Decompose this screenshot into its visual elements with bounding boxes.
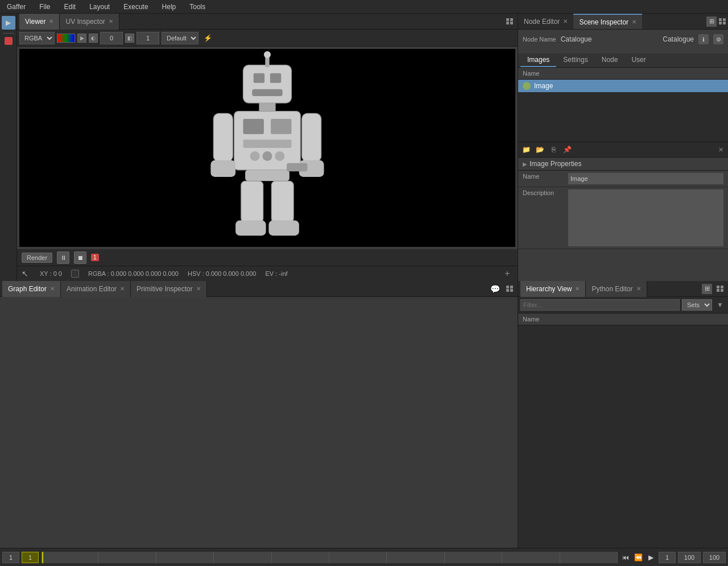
sub-tab-settings[interactable]: Settings [556, 53, 594, 67]
prop-copy-btn[interactable]: ⎘ [548, 144, 559, 155]
property-name-input[interactable] [568, 173, 723, 184]
rgb-swatch[interactable] [57, 34, 75, 43]
svg-rect-0 [243, 65, 292, 103]
rgba-values: RGBA : 0.000 0.000 0.000 0.000 [88, 270, 179, 277]
sub-tab-user[interactable]: User [624, 53, 652, 67]
node-name-label: Node Name [523, 36, 556, 43]
svg-rect-19 [235, 221, 266, 236]
timeline-track[interactable] [41, 552, 618, 563]
timeline-start[interactable] [2, 552, 19, 563]
sub-tab-images[interactable]: Images [520, 53, 556, 67]
prop-close-btn[interactable]: ✕ [715, 144, 726, 155]
viewer-toolbar: RGBA ▶ ◐ ◧ Default ⚡ [17, 30, 518, 47]
tab-hierarchy-view[interactable]: Hierarchy View ✕ [520, 281, 586, 297]
hierarchy-expand-btn[interactable]: ⊞ [702, 284, 712, 294]
color-swatch-icon [71, 270, 79, 278]
channel-btn-3[interactable]: ◧ [125, 34, 134, 43]
tab-graph-editor-close[interactable]: ✕ [50, 286, 55, 292]
hierarchy-grid-btn[interactable] [714, 283, 726, 295]
exposure-input[interactable] [100, 32, 123, 44]
render-stop-btn[interactable]: ⏹ [74, 251, 86, 264]
timeline-cursor [42, 552, 43, 563]
timeline-current[interactable] [22, 552, 39, 563]
property-row-description: Description [518, 187, 728, 249]
channel-btn-2[interactable]: ◐ [89, 34, 98, 43]
image-row-selected[interactable]: Image [518, 80, 728, 92]
menu-tools[interactable]: Tools [187, 2, 208, 12]
message-btn[interactable]: 💬 [488, 282, 502, 296]
tab-primitive-inspector[interactable]: Primitive Inspector ✕ [131, 281, 207, 297]
hierarchy-filter: Sets ▼ [518, 297, 728, 313]
tab-animation-editor[interactable]: Animation Editor ✕ [61, 281, 131, 297]
bottom-right: Hierarchy View ✕ Python Editor ✕ ⊞ [518, 281, 728, 548]
ev-value: EV : -inf [265, 270, 287, 277]
graph-layout-btn[interactable] [504, 283, 515, 295]
display-select[interactable]: Default [162, 32, 198, 44]
hierarchy-grid-icon [717, 286, 723, 292]
prop-folder2-btn[interactable]: 📂 [534, 144, 545, 155]
tab-scene-inspector-close[interactable]: ✕ [632, 19, 636, 25]
timeline-total[interactable] [703, 552, 726, 563]
tc-play[interactable]: ▶ [645, 552, 656, 563]
render-button[interactable]: Render [22, 253, 52, 263]
tab-viewer-close[interactable]: ✕ [49, 18, 53, 24]
tab-hierarchy-close[interactable]: ✕ [575, 286, 580, 292]
tab-scene-inspector[interactable]: Scene Inspector ✕ [573, 14, 642, 29]
images-area: Name Image [518, 68, 728, 142]
inspector-tab-buttons: ⊞ [706, 14, 728, 29]
settings-btn[interactable]: ⚙ [713, 34, 723, 44]
node-type-badge: Catalogue [663, 35, 694, 43]
svg-rect-3 [252, 89, 282, 96]
tab-primitive-inspector-close[interactable]: ✕ [196, 286, 201, 292]
channel-btn-1[interactable]: ▶ [77, 34, 86, 43]
menu-gaffer[interactable]: Gaffer [5, 2, 28, 12]
tab-viewer[interactable]: Viewer ✕ [19, 14, 60, 30]
tab-uv-inspector[interactable]: UV Inspector ✕ [60, 14, 119, 30]
tab-node-editor[interactable]: Node Editor ✕ [518, 14, 573, 29]
section-arrow: ▶ [523, 161, 527, 167]
render-pause-btn[interactable]: ⏸ [57, 251, 69, 264]
timeline-bar: ⏮ ⏪ ▶ [0, 548, 728, 566]
inspector-layout-btn[interactable]: ⊞ [706, 16, 717, 27]
prop-pin-btn[interactable]: 📌 [561, 144, 573, 155]
menu-layout[interactable]: Layout [87, 2, 112, 12]
filter-input[interactable] [520, 299, 680, 311]
tab-graph-editor[interactable]: Graph Editor ✕ [2, 281, 61, 297]
viewer-layout-btn[interactable] [504, 16, 515, 27]
info-btn[interactable]: ℹ [698, 34, 709, 44]
cursor-tool-btn[interactable]: ▶ [2, 16, 15, 30]
svg-rect-12 [213, 113, 233, 162]
red-indicator [5, 37, 13, 45]
tab-node-editor-close[interactable]: ✕ [563, 18, 568, 24]
add-channel-btn[interactable]: + [502, 268, 513, 279]
viewer-status-bar: ↖ XY : 0 0 RGBA : 0.000 0.000 0.000 0.00… [17, 266, 518, 281]
tab-python-editor-close[interactable]: ✕ [636, 286, 641, 292]
prop-folder-btn[interactable]: 📁 [520, 144, 532, 155]
hierarchy-content [518, 325, 728, 548]
menu-execute[interactable]: Execute [121, 2, 150, 12]
tab-uv-inspector-close[interactable]: ✕ [109, 18, 113, 24]
menu-file[interactable]: File [37, 2, 52, 12]
sub-tab-node[interactable]: Node [595, 53, 625, 67]
gain-input[interactable] [136, 32, 159, 44]
timeline-end[interactable] [678, 552, 701, 563]
property-description-textarea[interactable] [568, 189, 723, 246]
sets-dropdown[interactable]: Sets [682, 299, 712, 311]
tab-python-editor[interactable]: Python Editor ✕ [586, 281, 647, 297]
svg-rect-18 [271, 181, 293, 222]
menu-edit[interactable]: Edit [61, 2, 78, 12]
timeline-marks [41, 552, 618, 563]
connections-svg [0, 297, 518, 548]
tc-go-start[interactable]: ⏮ [620, 552, 631, 563]
svg-rect-1 [254, 73, 264, 83]
tab-animation-editor-close[interactable]: ✕ [120, 286, 125, 292]
hierarchy-collapse-btn[interactable]: ▼ [714, 299, 726, 311]
lightning-btn[interactable]: ⚡ [201, 31, 214, 45]
tc-step-back[interactable]: ⏪ [632, 552, 644, 563]
menu-help[interactable]: Help [160, 2, 179, 12]
sub-tabs: Images Settings Node User [518, 53, 728, 68]
timeline-frame[interactable] [659, 552, 676, 563]
mode-select[interactable]: RGBA [19, 32, 55, 44]
node-editor-content: Node Name Catalogue Catalogue ℹ ⚙ [518, 30, 728, 53]
svg-rect-9 [271, 119, 291, 134]
